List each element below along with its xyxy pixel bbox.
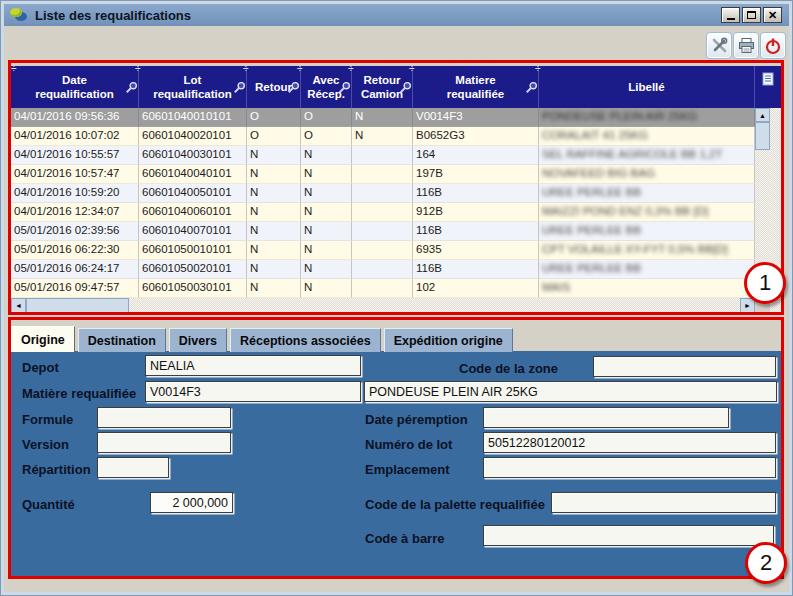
table-row[interactable]: 04/01/2016 09:56:3660601040010101OONV001… [11, 108, 755, 127]
filter-magnifier-icon[interactable] [525, 81, 538, 94]
column-label: Matiere requalifiée [447, 73, 505, 102]
date-peremption-input[interactable] [483, 407, 729, 428]
table-row[interactable]: 04/01/2016 10:59:2060601040050101NN116BU… [11, 184, 755, 203]
exit-button[interactable] [760, 32, 786, 59]
cell-libelle: UREE PERLEE BB [539, 222, 755, 241]
tab-expedition-origine[interactable]: Expédition origine [384, 328, 513, 352]
scroll-left-button[interactable]: ◄ [11, 298, 26, 313]
matiere-libelle-input[interactable] [364, 381, 777, 402]
table-row[interactable]: 04/01/2016 10:57:4760601040040101NN197BN… [11, 165, 755, 184]
column-header-retour-camion[interactable]: Retour Camion [352, 66, 413, 108]
depot-input[interactable] [145, 355, 361, 376]
numero-lot-input[interactable] [483, 432, 776, 453]
code-palette-label: Code de la palette requalifiée [365, 497, 545, 512]
quantite-label: Quantité [22, 497, 75, 512]
cell-avec_recep: N [301, 279, 352, 298]
emplacement-label: Emplacement [365, 462, 450, 477]
table-row[interactable]: 05/01/2016 02:39:5660601040070101NN116BU… [11, 222, 755, 241]
vertical-scroll-thumb[interactable] [755, 122, 770, 150]
filter-magnifier-icon[interactable] [125, 81, 138, 94]
cell-lot: 60601040020101 [139, 127, 247, 146]
app-icon [10, 8, 28, 22]
cell-lot: 60601040070101 [139, 222, 247, 241]
tools-button[interactable] [706, 32, 732, 59]
annotation-number: 1 [759, 270, 771, 296]
cell-matiere: 116B [413, 184, 539, 203]
cell-retour_camion [352, 279, 413, 298]
filter-magnifier-icon[interactable] [399, 81, 412, 94]
filter-magnifier-icon[interactable] [233, 81, 246, 94]
table-row[interactable]: 04/01/2016 12:34:0760601040060101NN912BM… [11, 203, 755, 222]
column-header-date-requalification[interactable]: Date requalification [11, 66, 139, 108]
quantite-input[interactable] [150, 492, 233, 513]
cell-matiere: V0014F3 [413, 108, 539, 127]
horizontal-scrollbar[interactable]: ◄ ► [11, 298, 755, 313]
formule-input[interactable] [97, 407, 231, 428]
cell-retour: N [247, 241, 301, 260]
vertical-scroll-track[interactable] [755, 150, 770, 270]
cell-retour: N [247, 260, 301, 279]
scroll-up-button[interactable]: ▲ [755, 108, 770, 122]
cell-avec_recep: O [301, 127, 352, 146]
cell-lot: 60601040010101 [139, 108, 247, 127]
table-row[interactable]: 05/01/2016 09:47:5760601050030101NN102MA… [11, 279, 755, 298]
window-liste-des-requalifications: Liste des requalifications ✕ [0, 0, 793, 596]
cell-date: 05/01/2016 06:22:30 [11, 241, 139, 260]
cell-libelle: PONDEUSE PLEIN AIR 25KG [539, 108, 755, 127]
tab-receptions-associees[interactable]: Réceptions associées [230, 328, 381, 352]
tab-divers[interactable]: Divers [169, 328, 227, 352]
cell-retour: N [247, 203, 301, 222]
cell-date: 04/01/2016 10:59:20 [11, 184, 139, 203]
code-barre-input[interactable] [483, 525, 774, 546]
table-row[interactable]: 04/01/2016 10:55:5760601040030101NN164SE… [11, 146, 755, 165]
version-label: Version [22, 437, 69, 452]
column-header-matiere-requalifiee[interactable]: Matiere requalifiée [413, 66, 539, 108]
code-zone-input[interactable] [593, 356, 776, 377]
minimize-icon [727, 18, 735, 20]
cell-lot: 60601050030101 [139, 279, 247, 298]
depot-label: Depot [22, 360, 59, 375]
column-header-avec-recep[interactable]: Avec Récep. [301, 66, 352, 108]
column-header-lot-requalification[interactable]: Lot requalification [139, 66, 247, 108]
print-button[interactable] [733, 32, 759, 59]
cell-retour_camion [352, 184, 413, 203]
close-button[interactable]: ✕ [763, 7, 782, 23]
maximize-button[interactable] [742, 7, 761, 23]
cell-retour_camion [352, 260, 413, 279]
table-row[interactable]: 05/01/2016 06:22:3060601050010101NN6935C… [11, 241, 755, 260]
code-palette-input[interactable] [551, 492, 776, 513]
horizontal-scroll-track[interactable] [129, 298, 740, 313]
column-label: Lot requalification [153, 73, 232, 102]
tab-origine[interactable]: Origine [11, 326, 75, 352]
emplacement-input[interactable] [483, 457, 776, 478]
cell-libelle: CORALAIT 41 25KG [539, 127, 755, 146]
cell-libelle: MAIZZI POND ENZ 0,3% BB [D] [539, 203, 755, 222]
column-label: Date requalification [35, 73, 114, 102]
power-icon [764, 37, 782, 55]
column-header-retour[interactable]: Retour [247, 66, 301, 108]
cell-avec_recep: N [301, 222, 352, 241]
horizontal-scroll-thumb[interactable] [26, 298, 129, 313]
filter-magnifier-icon[interactable] [287, 81, 300, 94]
cell-retour_camion [352, 146, 413, 165]
matiere-requalifiee-input[interactable] [145, 381, 361, 402]
tab-destination[interactable]: Destination [78, 328, 166, 352]
cell-date: 04/01/2016 10:07:02 [11, 127, 139, 146]
cell-retour_camion [352, 203, 413, 222]
column-header-libelle[interactable]: Libellé [539, 66, 755, 108]
filter-magnifier-icon[interactable] [338, 81, 351, 94]
header-icon-zone [755, 66, 782, 108]
formule-label: Formule [22, 412, 73, 427]
code-barre-label: Code à barre [365, 531, 444, 546]
table-row[interactable]: 05/01/2016 06:24:1760601050020101NN116BU… [11, 260, 755, 279]
cell-date: 04/01/2016 09:56:36 [11, 108, 139, 127]
cell-libelle: MAIS [539, 279, 755, 298]
repartition-input[interactable] [97, 457, 169, 478]
version-input[interactable] [97, 432, 231, 453]
report-icon[interactable] [762, 72, 775, 87]
cell-retour: N [247, 222, 301, 241]
table-row[interactable]: 04/01/2016 10:07:0260601040020101OONB065… [11, 127, 755, 146]
minimize-button[interactable] [721, 7, 740, 23]
cell-retour_camion [352, 165, 413, 184]
cell-matiere: 6935 [413, 241, 539, 260]
